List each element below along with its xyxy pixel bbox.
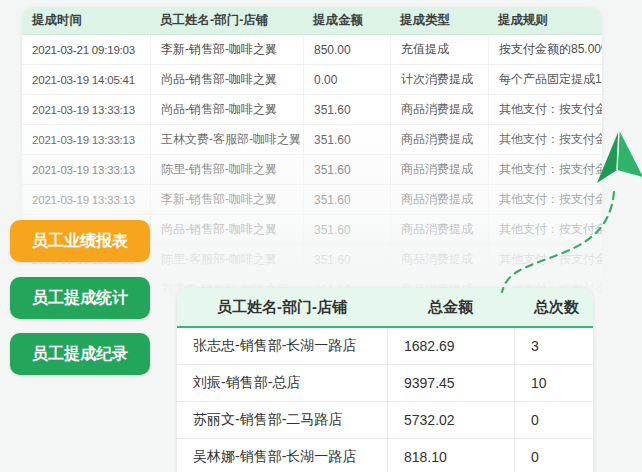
summary-cell-total: 818.10 <box>387 439 514 472</box>
summary-table-card: 员工姓名-部门-店铺总金额总次数 张志忠-销售部-长湖一路店1682.693刘振… <box>177 288 593 472</box>
table-row: 2021-03-19 13:33:13陈里-销售部-咖啡之翼351.60商品消费… <box>22 154 602 184</box>
commission-cell-type: 充值提成 <box>390 35 488 64</box>
table-row: 2021-03-19 13:33:13王林文费-客服部-咖啡之翼351.60商品… <box>22 124 602 154</box>
commission-cell-type: 商品消费提成 <box>390 184 488 214</box>
commission-cell-rule: 按支付金额的85.00% X 员工提成 <box>488 35 602 64</box>
commission-cell-name: 尚品-销售部-咖啡之翼 <box>150 64 303 94</box>
commission-column-header: 员工姓名-部门-店铺 <box>150 7 303 35</box>
commission-cell-time: 2021-03-19 13:33:13 <box>22 94 150 124</box>
commission-cell-amount: 351.60 <box>303 124 390 154</box>
summary-cell-count: 10 <box>514 365 593 402</box>
commission-cell-name: 尚品-销售部-咖啡之翼 <box>150 214 303 244</box>
commission-cell-type: 商品消费提成 <box>390 94 488 124</box>
summary-column-header: 总次数 <box>514 288 593 328</box>
commission-cell-amount: 351.60 <box>303 154 390 184</box>
commission-cell-type: 商品消费提成 <box>390 154 488 184</box>
summary-table-body: 张志忠-销售部-长湖一路店1682.693刘振-销售部-总店9397.4510苏… <box>177 328 593 472</box>
commission-header-row: 提成时间员工姓名-部门-店铺提成金额提成类型提成规则 <box>22 7 602 35</box>
table-row: 2021-03-19 13:33:13李新-销售部-咖啡之翼351.60商品消费… <box>22 184 602 214</box>
commission-cell-amount: 351.60 <box>303 184 390 214</box>
summary-cell-total: 1682.69 <box>387 328 514 365</box>
commission-cell-name: 王林文费-客服部-咖啡之翼 <box>150 124 303 154</box>
summary-column-header: 员工姓名-部门-店铺 <box>177 288 387 328</box>
commission-cell-time: 2021-03-19 14:05:41 <box>22 64 150 94</box>
commission-column-header: 提成时间 <box>22 7 150 35</box>
summary-table: 员工姓名-部门-店铺总金额总次数 张志忠-销售部-长湖一路店1682.693刘振… <box>177 288 593 472</box>
commission-cell-name: 李新-销售部-咖啡之翼 <box>150 35 303 64</box>
summary-cell-name: 刘振-销售部-总店 <box>177 365 387 402</box>
commission-column-header: 提成金额 <box>303 7 390 35</box>
commission-cell-amount: 850.00 <box>303 35 390 64</box>
commission-cell-name: 尚品-销售部-咖啡之翼 <box>150 94 303 124</box>
commission-cell-amount: 0.00 <box>303 64 390 94</box>
summary-cell-count: 0 <box>514 402 593 439</box>
summary-cell-name: 苏丽文-销售部-二马路店 <box>177 402 387 439</box>
commission-table-body: 2021-03-21 09:19:03李新-销售部-咖啡之翼850.00充值提成… <box>22 35 602 303</box>
table-row: 2021-03-21 09:19:03李新-销售部-咖啡之翼850.00充值提成… <box>22 35 602 64</box>
employee-commission-stats-button[interactable]: 员工提成统计 <box>10 277 150 319</box>
summary-cell-total: 5732.02 <box>387 402 514 439</box>
table-row: 吴林娜-销售部-长湖一路店818.100 <box>177 439 593 472</box>
summary-cell-total: 9397.45 <box>387 365 514 402</box>
commission-cell-rule: 每个产品固定提成10.00元 X 员工 <box>488 64 602 94</box>
table-row: 苏丽文-销售部-二马路店5732.020 <box>177 402 593 439</box>
paper-plane-right-wing <box>617 130 642 177</box>
summary-cell-count: 0 <box>514 439 593 472</box>
commission-cell-rule: 其他支付：按支付金额的15.00 <box>488 184 602 214</box>
table-row: 2021-03-19 14:05:41尚品-销售部-咖啡之翼0.00计次消费提成… <box>22 64 602 94</box>
commission-cell-time: 2021-03-21 09:19:03 <box>22 35 150 64</box>
summary-column-header: 总金额 <box>387 288 514 328</box>
commission-cell-rule: 其他支付：按支付金额的15.00 <box>488 244 602 274</box>
employee-performance-report-button[interactable]: 员工业绩报表 <box>10 220 150 262</box>
commission-cell-type: 计次消费提成 <box>390 64 488 94</box>
commission-cell-time: 2021-03-19 13:33:13 <box>22 154 150 184</box>
commission-cell-rule: 其他支付：按支付金额的15.00 <box>488 124 602 154</box>
summary-cell-name: 吴林娜-销售部-长湖一路店 <box>177 439 387 472</box>
table-row: 刘振-销售部-总店9397.4510 <box>177 365 593 402</box>
table-row: 2021-03-19 13:33:13尚品-销售部-咖啡之翼351.60商品消费… <box>22 94 602 124</box>
commission-cell-amount: 351.60 <box>303 244 390 274</box>
commission-cell-amount: 351.60 <box>303 214 390 244</box>
page: 提成时间员工姓名-部门-店铺提成金额提成类型提成规则 2021-03-21 09… <box>0 0 642 472</box>
commission-column-header: 提成规则 <box>488 7 602 35</box>
commission-cell-type: 商品消费提成 <box>390 124 488 154</box>
summary-cell-count: 3 <box>514 328 593 365</box>
paper-plane-fold-line <box>617 130 619 170</box>
commission-cell-rule: 其他支付：按支付金额的15.00 <box>488 94 602 124</box>
employee-commission-records-button[interactable]: 员工提成纪录 <box>10 333 150 375</box>
commission-cell-type: 商品消费提成 <box>390 214 488 244</box>
commission-cell-type: 商品消费提成 <box>390 244 488 274</box>
commission-cell-name: 李新-销售部-咖啡之翼 <box>150 184 303 214</box>
commission-cell-amount: 351.60 <box>303 94 390 124</box>
summary-header-row: 员工姓名-部门-店铺总金额总次数 <box>177 288 593 328</box>
commission-cell-name: 陈里-客服部-咖啡之翼 <box>150 244 303 274</box>
summary-cell-name: 张志忠-销售部-长湖一路店 <box>177 328 387 365</box>
commission-cell-name: 陈里-销售部-咖啡之翼 <box>150 154 303 184</box>
commission-cell-rule: 其他支付：按支付金额的15.00 <box>488 214 602 244</box>
table-row: 张志忠-销售部-长湖一路店1682.693 <box>177 328 593 365</box>
commission-cell-rule: 其他支付：按支付金额的15.00 <box>488 154 602 184</box>
commission-cell-time: 2021-03-19 13:33:13 <box>22 184 150 214</box>
commission-cell-time: 2021-03-19 13:33:13 <box>22 124 150 154</box>
commission-column-header: 提成类型 <box>390 7 488 35</box>
